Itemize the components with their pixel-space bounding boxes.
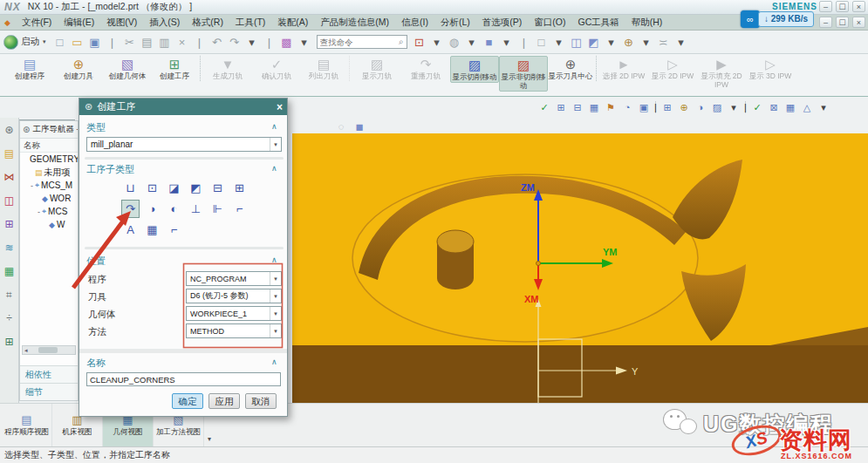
toolbar-icon[interactable]: ▾ bbox=[550, 33, 568, 51]
quickbar-icon[interactable]: ✓ bbox=[750, 100, 764, 114]
tool-dropdown[interactable]: D6 (铣刀-5 参数) ▼ bbox=[186, 289, 282, 303]
resource-bar-icon[interactable]: ≋ bbox=[3, 241, 17, 255]
subtype-icon[interactable]: ⊥ bbox=[187, 200, 205, 218]
quickbar-icon[interactable]: ▨ bbox=[710, 100, 724, 114]
ribbon-button[interactable]: ✓ 确认刀轨 bbox=[252, 56, 301, 81]
navigator-gear-icon[interactable]: ⊛ bbox=[23, 125, 30, 134]
resource-bar-icon[interactable]: ▤ bbox=[3, 146, 17, 160]
subtype-icon[interactable]: ◑ bbox=[143, 200, 161, 218]
toolbar-icon[interactable]: × bbox=[174, 33, 191, 51]
toolbar-icon[interactable]: ⊡ bbox=[411, 33, 428, 51]
start-menu-button[interactable]: 启动 ▾ bbox=[3, 35, 46, 50]
toolbar-icon[interactable]: ◩ bbox=[585, 33, 603, 51]
dropdown-arrow-icon[interactable]: ▼ bbox=[270, 289, 281, 303]
ribbon-button[interactable]: ▤ 列出刀轨 bbox=[301, 56, 350, 81]
toolbar-icon[interactable]: ▥ bbox=[156, 33, 174, 51]
child-window-control-button[interactable]: × bbox=[852, 17, 865, 28]
resource-bar-icon[interactable]: ⊛ bbox=[3, 123, 17, 137]
toolbar-icon[interactable]: ▩ bbox=[278, 33, 296, 51]
operation-name-input[interactable] bbox=[86, 372, 281, 386]
menu-item[interactable]: 信息(I) bbox=[395, 15, 434, 31]
menu-item[interactable]: GC工具箱 bbox=[572, 15, 625, 31]
quickbar-icon[interactable]: ▾ bbox=[817, 100, 830, 114]
resource-bar-icon[interactable]: ⋈ bbox=[3, 170, 17, 184]
ribbon-button[interactable]: ↷ 重播刀轨 bbox=[401, 56, 450, 81]
navigator-column-header[interactable]: 名称 bbox=[20, 139, 78, 153]
toolbar-icon[interactable]: | bbox=[516, 33, 533, 51]
quickbar-icon[interactable]: ▣ bbox=[637, 100, 651, 114]
menu-item[interactable]: 编辑(E) bbox=[58, 15, 100, 31]
toolbar-icon[interactable]: ✂ bbox=[121, 33, 139, 51]
toolbar-icon[interactable]: ▭ bbox=[69, 33, 86, 51]
toolbar-icon[interactable]: | bbox=[261, 33, 278, 51]
toolbar-icon[interactable]: ▾ bbox=[603, 33, 620, 51]
quickbar-icon[interactable]: | bbox=[655, 101, 656, 113]
subtype-icon[interactable]: ⌐ bbox=[165, 221, 183, 239]
toolbar-icon[interactable]: ▤ bbox=[139, 33, 156, 51]
ok-button[interactable]: 确定 bbox=[172, 393, 203, 409]
subtype-icon[interactable]: ↷ bbox=[121, 200, 140, 218]
dropdown-arrow-icon[interactable]: ▼ bbox=[270, 138, 281, 151]
resource-bar-icon[interactable]: ⊞ bbox=[3, 335, 17, 349]
location-section-label[interactable]: 位置 bbox=[86, 255, 106, 268]
menu-item[interactable]: 文件(F) bbox=[16, 15, 58, 31]
apply-button[interactable]: 应用 bbox=[208, 393, 240, 409]
subtype-icon[interactable]: ⊩ bbox=[208, 200, 227, 218]
ribbon-button[interactable]: ▷ 显示 2D IPW bbox=[648, 56, 697, 81]
graphics-viewport[interactable]: Y ZM YM XM bbox=[292, 133, 868, 403]
dropdown-arrow-icon[interactable]: ▼ bbox=[270, 307, 281, 320]
quickbar-icon[interactable]: ◔ bbox=[620, 100, 634, 114]
child-window-control-button[interactable]: – bbox=[819, 17, 832, 28]
ribbon-button[interactable]: ▷ 显示 3D IPW bbox=[746, 56, 795, 81]
tree-row[interactable]: ▤ 未用项 bbox=[20, 166, 78, 179]
window-control-button[interactable]: × bbox=[852, 1, 865, 12]
subtype-icon[interactable]: ◩ bbox=[187, 179, 205, 197]
view-mini-icon[interactable]: ◌ bbox=[334, 119, 348, 133]
toolbar-icon[interactable]: ↷ bbox=[226, 33, 243, 51]
quickbar-icon[interactable]: ⊞ bbox=[554, 100, 568, 114]
scroll-thumb[interactable] bbox=[38, 347, 58, 353]
menu-item[interactable]: 装配(A) bbox=[271, 15, 314, 31]
menu-item[interactable]: 帮助(H) bbox=[625, 15, 669, 31]
tree-row[interactable]: ◆ WOR bbox=[20, 192, 78, 205]
ribbon-button[interactable]: ⊞ 创建工序 bbox=[152, 56, 201, 81]
subtype-icon[interactable]: ◪ bbox=[165, 179, 183, 197]
toolbar-icon[interactable]: □ bbox=[51, 33, 69, 51]
subtype-icon[interactable]: ⌐ bbox=[230, 200, 249, 218]
quickbar-icon[interactable]: ⊞ bbox=[660, 100, 674, 114]
menu-launcher-icon[interactable]: ◆ bbox=[4, 18, 10, 27]
subtype-icon[interactable]: ⊡ bbox=[143, 179, 161, 197]
subtype-icon[interactable]: A bbox=[121, 221, 140, 239]
tree-row[interactable]: GEOMETRY bbox=[20, 153, 78, 166]
menu-item[interactable]: 首选项(P) bbox=[476, 15, 529, 31]
view-tab[interactable]: ▤ 程序顺序视图 bbox=[2, 404, 52, 446]
view-mini-icon[interactable]: ◼ bbox=[352, 119, 366, 133]
toolbar-icon[interactable]: □ bbox=[533, 33, 550, 51]
resource-bar-icon[interactable]: ◫ bbox=[3, 194, 17, 208]
tree-row[interactable]: - ⌖ MCS_M bbox=[20, 179, 78, 192]
location-collapse-chevron[interactable]: ∧ bbox=[271, 255, 277, 264]
ribbon-button[interactable]: ⊕ 显示刀具中心 bbox=[548, 56, 597, 81]
ribbon-button[interactable]: ▨ 显示非切削移动 bbox=[499, 56, 548, 92]
resource-bar-icon[interactable]: ▦ bbox=[3, 264, 17, 278]
tree-expander[interactable]: - bbox=[36, 208, 42, 216]
ribbon-button[interactable]: ▧ 创建几何体 bbox=[103, 56, 152, 81]
name-section-label[interactable]: 名称 bbox=[86, 357, 106, 370]
quickbar-icon[interactable]: ⊠ bbox=[767, 100, 781, 114]
resource-bar-icon[interactable]: ⌗ bbox=[3, 288, 17, 302]
toolbar-icon[interactable]: ▾ bbox=[498, 33, 516, 51]
ribbon-button[interactable]: ▤ 创建程序 bbox=[5, 56, 54, 81]
subtype-icon[interactable]: ⊔ bbox=[121, 179, 140, 197]
toolbar-icon[interactable]: ▾ bbox=[463, 33, 481, 51]
quickbar-icon[interactable]: ✓ bbox=[537, 100, 551, 114]
toolbar-icon[interactable]: ⊕ bbox=[620, 33, 638, 51]
scroll-left-arrow[interactable]: ◂ bbox=[23, 347, 30, 354]
dialog-close-icon[interactable]: × bbox=[277, 101, 283, 113]
quickbar-icon[interactable]: | bbox=[745, 101, 746, 113]
command-search-input[interactable] bbox=[320, 37, 399, 47]
type-section-label[interactable]: 类型 bbox=[86, 121, 106, 134]
menu-item[interactable]: 产品制造信息(M) bbox=[314, 15, 395, 31]
ribbon-button[interactable]: ► 选择 2D IPW bbox=[599, 56, 648, 81]
toolbar-icon[interactable]: | bbox=[191, 33, 208, 51]
quickbar-icon[interactable]: ⚑ bbox=[604, 100, 618, 114]
